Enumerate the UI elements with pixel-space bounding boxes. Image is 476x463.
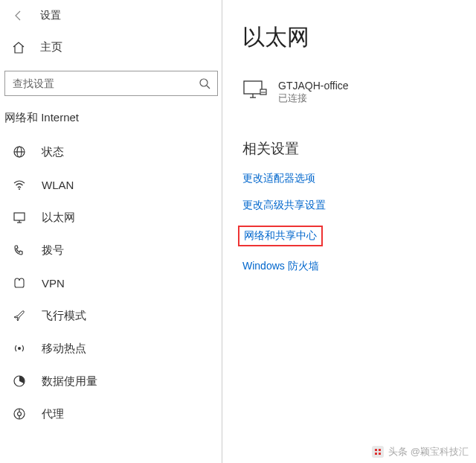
sidebar-divider <box>222 0 222 463</box>
nav-label: 数据使用量 <box>42 374 97 389</box>
link-network-sharing-center[interactable]: 网络和共享中心 <box>238 226 323 246</box>
svg-rect-6 <box>14 213 25 220</box>
phone-icon <box>12 243 27 258</box>
sidebar-item-datausage[interactable]: 数据使用量 <box>0 365 222 397</box>
data-usage-icon <box>12 374 27 389</box>
back-icon[interactable] <box>12 9 25 22</box>
svg-rect-22 <box>375 449 377 451</box>
nav-label: VPN <box>42 277 65 290</box>
header-title: 设置 <box>40 9 61 22</box>
sidebar-section-title: 网络和 Internet <box>0 111 222 135</box>
vpn-icon <box>12 275 27 290</box>
svg-rect-23 <box>379 449 381 451</box>
svg-rect-15 <box>244 81 262 94</box>
nav-label: 状态 <box>42 145 64 159</box>
hotspot-icon <box>12 341 27 356</box>
network-status: 已连接 <box>278 92 349 105</box>
svg-point-12 <box>18 412 22 416</box>
sidebar-item-airplane[interactable]: 飞行模式 <box>0 299 222 332</box>
airplane-icon <box>12 308 27 323</box>
svg-point-5 <box>19 188 20 190</box>
sidebar-item-vpn[interactable]: VPN <box>0 266 222 299</box>
watermark: 头条 @颖宝科技汇 <box>372 445 469 459</box>
link-change-adapter[interactable]: 更改适配器选项 <box>242 172 315 185</box>
header: 设置 <box>0 9 222 33</box>
sidebar-item-hotspot[interactable]: 移动热点 <box>0 332 222 365</box>
sidebar-item-home[interactable]: 主页 <box>0 33 222 62</box>
nav-list: 状态 WLAN 以太网 拨号 <box>0 135 222 430</box>
main-panel: 以太网 GTJAQH-office 已连接 相关设置 更改适配器选项 更改高级共… <box>223 0 476 463</box>
nav-label: WLAN <box>42 179 74 191</box>
sidebar-item-wlan[interactable]: WLAN <box>0 168 222 201</box>
search-input[interactable] <box>4 71 218 96</box>
sidebar-item-ethernet[interactable]: 以太网 <box>0 201 222 234</box>
globe-icon <box>12 144 27 159</box>
network-name: GTJAQH-office <box>278 80 349 92</box>
sidebar-item-proxy[interactable]: 代理 <box>0 397 222 430</box>
related-settings-title: 相关设置 <box>242 139 476 159</box>
sidebar-item-status[interactable]: 状态 <box>0 135 222 168</box>
search-box <box>4 71 218 96</box>
wifi-icon <box>12 177 27 192</box>
page-title: 以太网 <box>242 22 476 53</box>
nav-label: 代理 <box>42 407 64 421</box>
search-icon[interactable] <box>196 74 213 92</box>
sidebar-item-dialup[interactable]: 拨号 <box>0 234 222 266</box>
home-icon <box>12 41 25 54</box>
proxy-icon <box>12 406 27 421</box>
nav-label: 拨号 <box>42 243 64 258</box>
nav-label: 移动热点 <box>42 342 86 356</box>
home-label: 主页 <box>40 40 62 54</box>
ethernet-icon <box>12 210 27 225</box>
settings-sidebar: 设置 主页 网络和 Internet 状态 <box>0 0 223 463</box>
svg-rect-24 <box>375 453 377 455</box>
svg-line-1 <box>207 86 210 89</box>
watermark-text: 头条 @颖宝科技汇 <box>388 445 469 459</box>
watermark-icon <box>372 446 384 458</box>
nav-label: 以太网 <box>42 211 75 225</box>
link-windows-firewall[interactable]: Windows 防火墙 <box>242 260 319 273</box>
svg-point-0 <box>200 79 208 86</box>
related-links: 更改适配器选项 更改高级共享设置 网络和共享中心 Windows 防火墙 <box>242 172 476 273</box>
svg-point-9 <box>18 347 21 350</box>
nav-label: 飞行模式 <box>42 309 86 323</box>
svg-rect-25 <box>379 453 381 455</box>
link-advanced-sharing[interactable]: 更改高级共享设置 <box>242 199 326 212</box>
monitor-icon <box>242 80 268 100</box>
network-card[interactable]: GTJAQH-office 已连接 <box>242 80 476 105</box>
